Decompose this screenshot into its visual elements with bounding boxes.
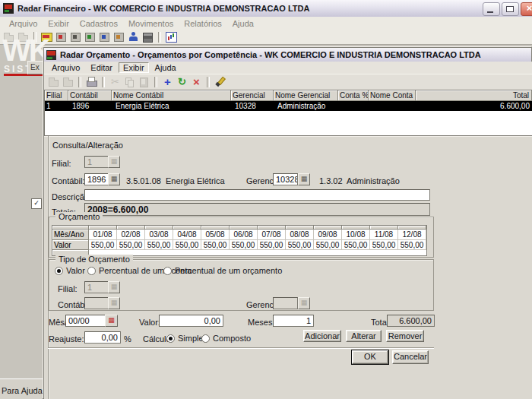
reajuste-field[interactable]: 0,00 bbox=[84, 331, 121, 344]
month-row-header: Mês/Ano bbox=[52, 230, 89, 240]
radio-composto-label: Composto bbox=[213, 334, 251, 343]
grid-col-gerencial[interactable]: Gerencial bbox=[231, 90, 274, 101]
radio-percentual-orcamento-label: Percentual de um orçamento bbox=[175, 266, 282, 275]
machine-green-icon[interactable] bbox=[84, 31, 97, 43]
minimize-button[interactable] bbox=[483, 2, 500, 16]
database-icon[interactable] bbox=[141, 31, 154, 43]
grid-col-contabil[interactable]: Contábil bbox=[68, 90, 112, 101]
menu-arquivo[interactable]: Arquivo bbox=[4, 18, 43, 29]
tipo-title: Tipo de Orçamento bbox=[55, 255, 133, 264]
value-cell[interactable]: 550,00 bbox=[89, 240, 117, 250]
paste-icon bbox=[138, 76, 150, 87]
radio-composto-circle[interactable] bbox=[201, 334, 210, 343]
valor-field[interactable]: 0,00 bbox=[159, 315, 223, 327]
grid-cell-contabil: 1896 bbox=[68, 101, 112, 111]
menu-exibir[interactable]: Exibir bbox=[43, 18, 74, 29]
radio-percentual-conta-circle[interactable] bbox=[87, 267, 96, 275]
refresh-icon[interactable]: ↻ bbox=[176, 76, 188, 87]
machine-blue-icon[interactable] bbox=[98, 31, 111, 43]
budget-month-grid: Mês/Ano 01/08 02/08 03/08 04/08 05/08 06… bbox=[52, 225, 427, 256]
delete-icon[interactable]: × bbox=[190, 76, 203, 87]
grid-col-nome-gerencial[interactable]: Nome Gerencial bbox=[274, 90, 338, 101]
close-button[interactable] bbox=[521, 2, 532, 16]
cancelar-button[interactable]: Cancelar bbox=[392, 350, 429, 364]
contabil-lookup-button[interactable]: ▦ bbox=[108, 173, 120, 185]
tipo-filial-field: 1 bbox=[84, 281, 109, 293]
child-menubar: Arquivo Editar Exibir Ajuda bbox=[44, 62, 532, 74]
calendar-button[interactable]: ▦ bbox=[105, 315, 118, 327]
chart-icon[interactable] bbox=[165, 31, 178, 43]
child-titlebar[interactable]: Radar Orçamento - Orçamentos por Competê… bbox=[44, 48, 531, 62]
meses-label: Meses: bbox=[248, 318, 274, 327]
adicionar-button[interactable]: Adicionar bbox=[303, 330, 341, 342]
value-cell[interactable]: 550,00 bbox=[398, 240, 426, 250]
value-cell[interactable]: 550,00 bbox=[117, 240, 145, 250]
ok-button[interactable]: OK bbox=[352, 350, 388, 364]
grid-col-nome-contabil[interactable]: Nome Contábil bbox=[112, 90, 231, 101]
value-cell[interactable]: 550,00 bbox=[258, 240, 286, 250]
reajuste-label: Reajuste: bbox=[49, 334, 84, 344]
value-cell[interactable]: 550,00 bbox=[314, 240, 342, 250]
menu-cadastros[interactable]: Cadastros bbox=[74, 18, 123, 29]
grid-col-nome-conta-pct[interactable]: Nome Conta % bbox=[369, 90, 416, 101]
grid-col-total[interactable]: Total bbox=[416, 90, 532, 101]
machine-red-icon[interactable] bbox=[55, 31, 68, 43]
section-title: Consulta/Alteração bbox=[52, 141, 123, 150]
background-checkbox[interactable]: ✓ bbox=[31, 198, 42, 209]
alterar-button[interactable]: Alterar bbox=[346, 330, 382, 342]
grid-col-conta-pct[interactable]: Conta % bbox=[338, 90, 369, 101]
remover-button[interactable]: Remover bbox=[386, 330, 424, 342]
tipo-filial-label: Filial: bbox=[58, 284, 78, 293]
grid-selected-row[interactable]: 1 1896 Energia Elétrica 10328 Administra… bbox=[45, 101, 532, 111]
child-app-icon bbox=[46, 50, 56, 60]
month-cell: 10/08 bbox=[342, 230, 370, 240]
machine-gray-icon[interactable] bbox=[69, 31, 82, 43]
radio-composto[interactable]: Composto bbox=[201, 334, 251, 343]
toolbar-separator bbox=[78, 77, 81, 87]
printer-icon[interactable] bbox=[85, 76, 98, 87]
value-cell[interactable]: 550,00 bbox=[230, 240, 258, 250]
radio-percentual-orcamento[interactable]: Percentual de um orçamento bbox=[163, 266, 282, 275]
restore-button[interactable] bbox=[502, 2, 519, 16]
main-titlebar[interactable]: Radar Financeiro - WK COMERCIO E INDUSTR… bbox=[0, 0, 532, 17]
clear-icon[interactable] bbox=[214, 76, 226, 87]
menu-ajuda[interactable]: Ajuda bbox=[227, 18, 259, 29]
gerencial-field[interactable]: 10328 bbox=[273, 173, 298, 185]
tipo-gerencial-lookup-button: ▦ bbox=[298, 297, 310, 309]
open-folder-icon bbox=[47, 76, 60, 87]
month-cell: 05/08 bbox=[201, 230, 230, 240]
child-menu-editar[interactable]: Editar bbox=[86, 62, 117, 73]
filial-label: Filial: bbox=[52, 159, 71, 168]
copy-icon bbox=[123, 76, 136, 87]
person-icon[interactable] bbox=[127, 31, 140, 43]
child-menu-arquivo[interactable]: Arquivo bbox=[47, 62, 84, 73]
value-cell[interactable]: 550,00 bbox=[173, 240, 201, 250]
value-cell[interactable]: 550,00 bbox=[286, 240, 314, 250]
menu-movimentos[interactable]: Movimentos bbox=[123, 18, 179, 29]
radio-percentual-orcamento-circle[interactable] bbox=[163, 267, 172, 275]
descricao-field[interactable] bbox=[84, 189, 430, 201]
add-icon[interactable]: + bbox=[161, 76, 174, 87]
child-menu-ajuda[interactable]: Ajuda bbox=[150, 62, 181, 73]
mes-ano-field[interactable]: 00/00 bbox=[65, 315, 106, 327]
menu-relatorios[interactable]: Relatórios bbox=[179, 18, 227, 29]
radio-valor[interactable]: Valor bbox=[55, 266, 85, 275]
tipo-contabil-lookup-button: ▦ bbox=[108, 297, 120, 309]
radio-simples-circle[interactable] bbox=[166, 334, 175, 343]
value-cell[interactable]: 550,00 bbox=[342, 240, 370, 250]
value-row-header: Valor bbox=[52, 240, 89, 250]
grid-col-filial[interactable]: Filial bbox=[45, 90, 68, 101]
meses-field[interactable]: 1 bbox=[273, 315, 314, 327]
tipo-gerencial-field bbox=[273, 297, 298, 309]
child-menu-exibir[interactable]: Exibir bbox=[119, 62, 149, 73]
gerencial-lookup-button[interactable]: ▦ bbox=[298, 173, 310, 185]
filial-field: 1 bbox=[84, 156, 109, 168]
value-cell[interactable]: 550,00 bbox=[145, 240, 173, 250]
results-grid: Filial Contábil Nome Contábil Gerencial … bbox=[44, 90, 532, 136]
value-cell[interactable]: 550,00 bbox=[201, 240, 230, 250]
machine-multi-icon[interactable] bbox=[112, 31, 125, 43]
radio-valor-circle[interactable] bbox=[55, 267, 63, 275]
contabil-field[interactable]: 1896 bbox=[84, 173, 109, 185]
month-cell: 01/08 bbox=[89, 230, 117, 240]
value-cell[interactable]: 550,00 bbox=[370, 240, 398, 250]
